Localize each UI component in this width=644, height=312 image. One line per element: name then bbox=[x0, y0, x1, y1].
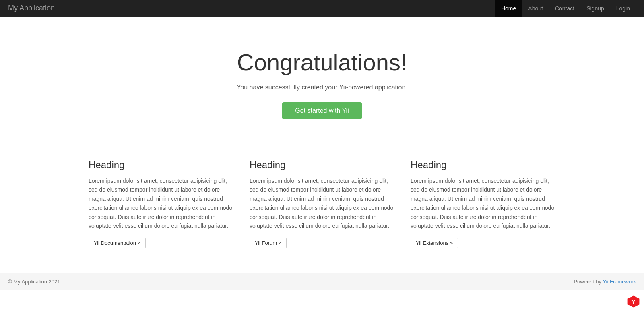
nav-list: Home About Contact Signup Login bbox=[495, 0, 636, 17]
nav-item-signup: Signup bbox=[580, 0, 610, 17]
feature-body-2: Lorem ipsum dolor sit amet, consectetur … bbox=[250, 176, 394, 230]
hero-title: Congratulations! bbox=[8, 49, 636, 76]
nav-item-home: Home bbox=[495, 0, 522, 17]
footer: © My Application 2021 Powered by Yii Fra… bbox=[0, 273, 644, 290]
nav-item-contact: Contact bbox=[549, 0, 580, 17]
feature-heading-2: Heading bbox=[250, 159, 394, 171]
features-section: Heading Lorem ipsum dolor sit amet, cons… bbox=[80, 143, 564, 273]
feature-link-1[interactable]: Yii Documentation » bbox=[89, 238, 146, 248]
nav-link-contact[interactable]: Contact bbox=[549, 0, 580, 17]
feature-heading-1: Heading bbox=[89, 159, 233, 171]
feature-link-3[interactable]: Yii Extensions » bbox=[411, 238, 458, 248]
feature-heading-3: Heading bbox=[411, 159, 555, 171]
nav-item-about: About bbox=[522, 0, 549, 17]
footer-copyright: © My Application 2021 bbox=[8, 279, 60, 285]
footer-powered-by: Powered by Yii Framework bbox=[574, 279, 636, 285]
nav-link-home[interactable]: Home bbox=[495, 0, 522, 17]
yii-logo-icon: Y bbox=[627, 295, 640, 308]
navbar: My Application Home About Contact Signup… bbox=[0, 0, 644, 17]
feature-body-1: Lorem ipsum dolor sit amet, consectetur … bbox=[89, 176, 233, 230]
nav-link-login[interactable]: Login bbox=[610, 0, 636, 17]
svg-text:Y: Y bbox=[632, 299, 636, 305]
hero-subtitle: You have successfully created your Yii-p… bbox=[8, 84, 636, 91]
hero-section: Congratulations! You have successfully c… bbox=[0, 17, 644, 143]
feature-col-3: Heading Lorem ipsum dolor sit amet, cons… bbox=[411, 159, 555, 248]
feature-body-3: Lorem ipsum dolor sit amet, consectetur … bbox=[411, 176, 555, 230]
yii-framework-link[interactable]: Yii Framework bbox=[603, 279, 636, 285]
nav-item-login: Login bbox=[610, 0, 636, 17]
feature-link-2[interactable]: Yii Forum » bbox=[250, 238, 287, 248]
navbar-brand[interactable]: My Application bbox=[8, 4, 55, 12]
get-started-button[interactable]: Get started with Yii bbox=[282, 102, 361, 119]
nav-link-about[interactable]: About bbox=[522, 0, 549, 17]
nav-link-signup[interactable]: Signup bbox=[580, 0, 610, 17]
feature-col-2: Heading Lorem ipsum dolor sit amet, cons… bbox=[250, 159, 394, 248]
feature-col-1: Heading Lorem ipsum dolor sit amet, cons… bbox=[89, 159, 233, 248]
